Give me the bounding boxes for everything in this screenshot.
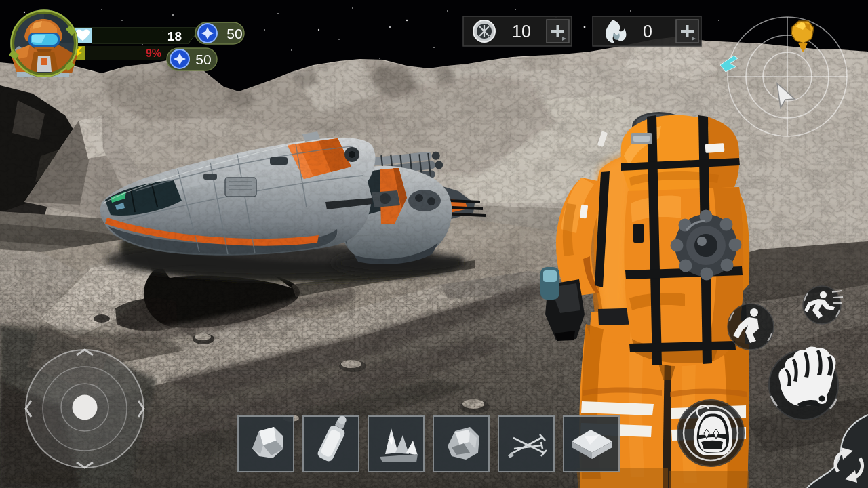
svg-text:10: 10 [512, 22, 531, 41]
svg-text:18: 18 [167, 29, 182, 43]
svg-text:9%: 9% [146, 47, 161, 59]
svg-text:50: 50 [195, 52, 211, 67]
svg-text:0: 0 [643, 22, 652, 41]
svg-text:50: 50 [226, 26, 242, 41]
